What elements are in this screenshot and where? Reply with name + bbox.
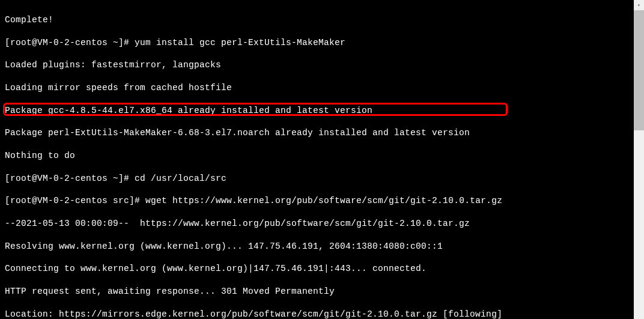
output-line: Package gcc-4.8.5-44.el7.x86_64 already …: [5, 105, 639, 117]
command-line: [root@VM-0-2-centos ~]# yum install gcc …: [5, 37, 639, 49]
command-line: [root@VM-0-2-centos ~]# cd /usr/local/sr…: [5, 173, 639, 184]
command: wget https://www.kernel.org/pub/software…: [145, 196, 502, 205]
command-line: [root@VM-0-2-centos src]# wget https://w…: [5, 195, 639, 207]
prompt: [root@VM-0-2-centos ~]#: [5, 174, 135, 183]
command: yum install gcc perl-ExtUtils-MakeMaker: [135, 38, 345, 47]
output-line: Connecting to www.kernel.org (www.kernel…: [5, 263, 639, 275]
terminal-output[interactable]: Complete! [root@VM-0-2-centos ~]# yum in…: [5, 3, 639, 319]
output-line: Package perl-ExtUtils-MakeMaker-6.68-3.e…: [5, 127, 639, 139]
scrollbar[interactable]: ▴: [634, 0, 644, 319]
output-line: Loading mirror speeds from cached hostfi…: [5, 82, 639, 94]
output-line: Resolving www.kernel.org (www.kernel.org…: [5, 241, 639, 252]
scrollbar-thumb[interactable]: [634, 10, 644, 130]
command: cd /usr/local/src: [135, 174, 226, 183]
output-line: HTTP request sent, awaiting response... …: [5, 286, 639, 297]
output-line: Nothing to do: [5, 150, 639, 162]
output-line: Complete!: [5, 14, 639, 26]
output-line: Location: https://mirrors.edge.kernel.or…: [5, 309, 639, 319]
prompt: [root@VM-0-2-centos src]#: [5, 196, 145, 205]
scrollbar-up-button[interactable]: ▴: [634, 0, 644, 10]
prompt: [root@VM-0-2-centos ~]#: [5, 38, 135, 47]
output-line: Loaded plugins: fastestmirror, langpacks: [5, 59, 639, 71]
output-line: --2021-05-13 00:00:09-- https://www.kern…: [5, 218, 639, 229]
